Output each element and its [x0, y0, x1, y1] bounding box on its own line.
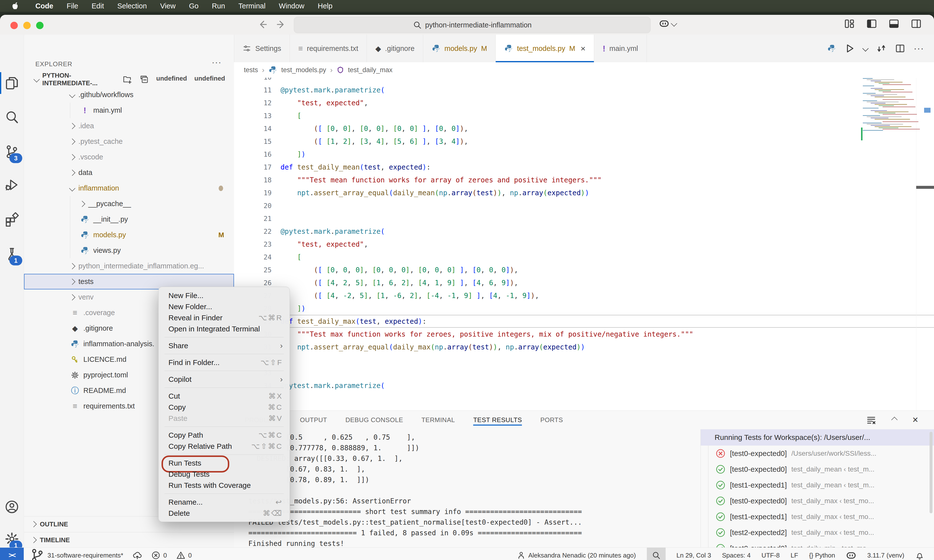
menubar-item-selection[interactable]: Selection — [111, 2, 153, 10]
status-item-utf-8[interactable]: UTF-8 — [762, 552, 780, 559]
code-line-12[interactable]: 12 "test, expected", — [234, 96, 934, 109]
status-item--python[interactable]: {} Python — [809, 552, 835, 559]
tab-test-models-py[interactable]: test_models.pyM× — [496, 35, 594, 62]
status-item-person[interactable]: Aleksandra Nenadic (20 minutes ago) — [517, 551, 636, 560]
panel-tab-terminal[interactable]: TERMINAL — [421, 411, 455, 429]
forward-icon[interactable] — [276, 19, 286, 30]
breadcrumb-item[interactable]: tests — [244, 66, 258, 74]
tree-item--init-py[interactable]: __init__.py — [24, 212, 234, 227]
refresh-icon[interactable]: undefined — [156, 75, 187, 84]
test-result-pass[interactable]: [test1-expected1]test_daily_max ‹ test_m… — [701, 509, 934, 525]
code-line-20[interactable]: 20 — [234, 199, 934, 212]
run-python-file-icon[interactable] — [844, 43, 855, 54]
menubar-item-help[interactable]: Help — [311, 2, 340, 10]
code-line-11[interactable]: 11@pytest.mark.parametrize( — [234, 83, 934, 96]
code-line-27[interactable]: 27 ([ [4, -2, 5], [1, -6, 2], [-4, -1, 9… — [234, 289, 934, 302]
tests-scrollbar[interactable] — [929, 432, 932, 513]
code-editor[interactable]: 1011@pytest.mark.parametrize(12 "test, e… — [234, 78, 934, 411]
search-icon[interactable] — [0, 103, 24, 131]
panel-tab-test-results[interactable]: TEST RESULTS — [473, 411, 522, 429]
code-line-31[interactable]: 31 npt.assert_array_equal(daily_max(np.a… — [234, 340, 934, 354]
code-line-16[interactable]: 16 ]) — [234, 148, 934, 161]
code-line-15[interactable]: 15 ([ [1, 2], [3, 4], [5, 6] ], [3, 4]), — [234, 135, 934, 148]
close-panel-icon[interactable]: × — [912, 415, 918, 425]
command-center-search[interactable]: python-intermediate-inflammation — [294, 17, 650, 33]
tree-item-python-intermediate-inflammation-eg-[interactable]: python_intermediate_inflammation.eg... — [24, 258, 234, 274]
minimap[interactable] — [863, 78, 916, 142]
test-output[interactable]: [0.5 , 0.625 , 0.75 ], [0.777778, 0.8888… — [249, 432, 691, 549]
code-line-24[interactable]: 24 [ — [234, 251, 934, 263]
menu-item-share[interactable]: Share› — [159, 340, 290, 351]
toggle-primary-sidebar-icon[interactable] — [866, 18, 877, 29]
menubar-item-edit[interactable]: Edit — [85, 2, 111, 10]
menu-item-rename[interactable]: Rename...↩ — [159, 497, 290, 508]
toggle-panel-icon[interactable] — [888, 18, 899, 29]
collapse-all-icon[interactable]: undefined — [195, 75, 225, 84]
breadcrumb[interactable]: tests›test_models.py›test_daily_max — [234, 62, 934, 78]
run-dropdown-icon[interactable] — [862, 45, 868, 51]
menubar-item-run[interactable]: Run — [205, 2, 232, 10]
status-item-bell[interactable] — [915, 551, 924, 560]
tree-item-inflammation[interactable]: inflammation — [24, 180, 234, 196]
extensions-icon[interactable] — [0, 206, 24, 233]
explorer-more-icon[interactable]: ··· — [212, 57, 222, 67]
open-changes-icon[interactable] — [876, 43, 886, 54]
python-interpreter-icon[interactable] — [827, 44, 836, 53]
menubar-item-code[interactable]: Code — [29, 2, 60, 10]
menu-item-copy-relative-path[interactable]: Copy Relative Path⌥⇧⌘C — [159, 441, 290, 452]
code-line-33[interactable]: 33 — [234, 366, 934, 379]
menu-item-reveal-in-finder[interactable]: Reveal in Finder⌥⌘R — [159, 312, 290, 323]
copilot-menu[interactable] — [659, 18, 676, 29]
panel-tab-output[interactable]: OUTPUT — [300, 411, 327, 429]
tree-item--vscode[interactable]: .vscode — [24, 149, 234, 165]
remote-indicator[interactable]: >< — [0, 548, 24, 560]
tree-item-data[interactable]: data — [24, 165, 234, 180]
panel-tab-debug-console[interactable]: DEBUG CONSOLE — [345, 411, 403, 429]
menubar-item-view[interactable]: View — [154, 2, 182, 10]
back-icon[interactable] — [257, 19, 268, 30]
split-editor-icon[interactable] — [895, 43, 905, 54]
tree-item--github-workflows[interactable]: .github/workflows — [24, 87, 234, 103]
menu-item-copy-path[interactable]: Copy Path⌥⌘C — [159, 429, 290, 441]
menubar-item-file[interactable]: File — [60, 2, 85, 10]
code-line-17[interactable]: 17def test_daily_mean(test, expected): — [234, 161, 934, 174]
code-line-34[interactable]: 34@pytest.mark.parametrize( — [234, 379, 934, 392]
editor-scrollbar[interactable] — [916, 78, 934, 411]
tree-item-views-py[interactable]: views.py — [24, 243, 234, 258]
menu-item-run-tests-with-coverage[interactable]: Run Tests with Coverage — [159, 480, 290, 491]
status-item-warntri[interactable]: 0 — [176, 551, 192, 560]
test-result-fail[interactable]: [test0-expected0]/Users/user/work/SSI/le… — [701, 446, 934, 462]
menu-item-debug-tests[interactable]: Debug Tests — [159, 469, 290, 480]
menubar-item-go[interactable]: Go — [182, 2, 205, 10]
scrollbar-thumb[interactable] — [916, 186, 934, 189]
more-actions-icon[interactable]: ··· — [914, 43, 924, 54]
apple-menu-icon[interactable] — [11, 2, 19, 10]
accounts-icon[interactable] — [0, 493, 24, 521]
customize-layout-icon[interactable] — [844, 18, 855, 29]
status-item-ln-29-col-3[interactable]: Ln 29, Col 3 — [676, 552, 711, 559]
code-line-25[interactable]: 25 ([ [0, 0, 0], [0, 0, 0], [0, 0, 0] ],… — [234, 263, 934, 276]
tab-models-py[interactable]: models.pyM — [423, 35, 496, 62]
code-line-13[interactable]: 13 [ — [234, 109, 934, 122]
test-result-pass[interactable]: [test0-expected0]test_daily_max ‹ test_m… — [701, 493, 934, 509]
test-result-pass[interactable]: [test0-expected0]test_daily_mean ‹ test_… — [701, 462, 934, 477]
test-result-pass[interactable]: [test2-expected2]test_daily_max ‹ test_m… — [701, 525, 934, 540]
clear-output-icon[interactable] — [866, 415, 876, 425]
close-window-button[interactable] — [11, 22, 18, 29]
status-item-errcirc[interactable]: 0 — [151, 551, 167, 560]
tab-main-yml[interactable]: !main.yml — [594, 35, 647, 62]
test-run-header[interactable]: Running Tests for Workspace(s): /Users/u… — [701, 429, 934, 446]
breadcrumb-item[interactable]: test_daily_max — [348, 66, 392, 74]
minimize-window-button[interactable] — [23, 22, 31, 29]
code-line-32[interactable]: 32 — [234, 354, 934, 366]
menu-item-copilot[interactable]: Copilot› — [159, 374, 290, 385]
code-line-26[interactable]: 26 ([ [4, 2, 5], [1, 6, 2], [4, 1, 9] ],… — [234, 276, 934, 289]
menu-item-new-folder[interactable]: New Folder... — [159, 301, 290, 312]
panel-tab-ports[interactable]: PORTS — [540, 411, 563, 429]
status-item-3-11-7-venv-[interactable]: 3.11.7 (venv) — [867, 552, 904, 559]
code-line-18[interactable]: 18 """Test mean function works for array… — [234, 174, 934, 186]
code-line-19[interactable]: 19 npt.assert_array_equal(daily_mean(np.… — [234, 186, 934, 199]
code-line-29[interactable]: 29def test_daily_max(test, expected): — [234, 315, 934, 328]
chevron-up-icon[interactable] — [891, 417, 897, 423]
tree-item--idea[interactable]: .idea — [24, 118, 234, 134]
